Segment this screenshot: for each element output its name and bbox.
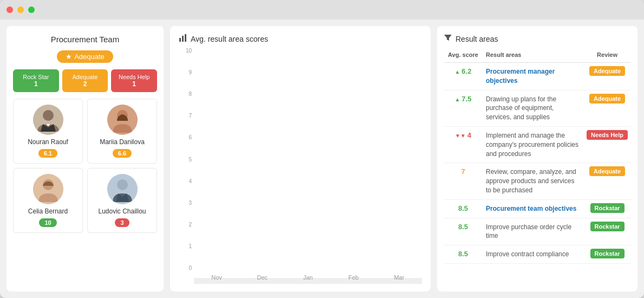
chart-title: Avg. result area scores <box>191 35 268 43</box>
area-name-4: Procurement team objectives <box>486 205 576 212</box>
x-label-mar: Mar <box>376 274 422 281</box>
star-icon: ★ <box>66 53 72 61</box>
adequate-count: 2 <box>64 80 106 88</box>
y-label-9: 9 <box>188 70 192 75</box>
title-bar <box>0 0 644 20</box>
arrow-icon-1: ▲ <box>455 95 462 103</box>
chart-container: 0 1 2 3 4 5 6 7 8 9 10 <box>179 48 422 284</box>
overall-badge-label: Adequate <box>74 53 105 61</box>
x-labels: Nov Dec Jan Feb Mar <box>194 271 422 284</box>
avatar-1 <box>33 105 63 135</box>
y-label-3: 3 <box>188 200 192 206</box>
left-panel-title: Procurement Team <box>13 35 157 44</box>
bars-row <box>194 284 422 291</box>
members-grid: Nouran Raouf 6.1 Mariia Danilova 6. <box>13 99 157 233</box>
member-name-1: Nouran Raouf <box>28 138 68 146</box>
middle-panel: Avg. result area scores 0 1 2 3 4 5 6 7 … <box>170 26 431 291</box>
adequate-stat: Adequate 2 <box>62 69 108 92</box>
score-val-3: 7 <box>461 167 465 176</box>
y-label-0: 0 <box>188 265 192 271</box>
rockstar-label: Rock Star <box>15 74 57 80</box>
area-cell-3: Review, compare, analyze, and approve pr… <box>483 163 583 199</box>
table-row-6: 8.5Improve contract complianceRockstar <box>444 245 631 264</box>
area-name-2: Implement and manage the company's procu… <box>486 132 578 158</box>
member-name-4: Ludovic Chaillou <box>98 208 146 215</box>
avatar-3 <box>33 174 63 204</box>
left-panel: Procurement Team ★ Adequate Rock Star 1 … <box>6 26 164 291</box>
result-areas-title: Result areas <box>456 35 498 43</box>
member-score-2: 6.6 <box>113 149 132 158</box>
main-content: Procurement Team ★ Adequate Rock Star 1 … <box>0 20 644 298</box>
filter-icon <box>444 34 452 44</box>
score-val-6: 8.5 <box>458 250 468 258</box>
area-cell-5: Improve purchase order cycle time <box>483 218 583 245</box>
member-score-1: 6.1 <box>38 149 57 158</box>
x-label-nov: Nov <box>194 274 239 281</box>
rockstar-count: 1 <box>15 80 57 88</box>
col-review: Review <box>583 48 631 63</box>
review-cell-6: Rockstar <box>583 245 631 264</box>
review-badge-3: Adequate <box>589 166 625 176</box>
y-label-7: 7 <box>188 113 192 119</box>
score-val-2: 4 <box>467 131 471 139</box>
table-header-row: Avg. score Result areas Review <box>444 48 631 63</box>
needshelp-stat: Needs Help 1 <box>111 69 157 92</box>
y-label-5: 5 <box>188 157 192 163</box>
adequate-label: Adequate <box>64 74 106 80</box>
svg-rect-8 <box>179 38 181 42</box>
score-val-4: 8.5 <box>458 204 468 212</box>
member-name-2: Mariia Danilova <box>100 138 145 146</box>
minimize-button[interactable] <box>17 7 24 13</box>
area-name-5: Improve purchase order cycle time <box>486 223 571 240</box>
score-val-5: 8.5 <box>458 223 468 231</box>
area-cell-1: Drawing up plans for the purchase of equ… <box>483 90 583 126</box>
score-cell-1: ▲ 7.5 <box>444 90 483 126</box>
review-badge-4: Rockstar <box>590 203 625 213</box>
review-badge-6: Rockstar <box>590 249 625 258</box>
score-cell-2: ▼▼ 4 <box>444 126 483 163</box>
y-label-8: 8 <box>188 92 192 97</box>
area-cell-0: Procurement manager objectives <box>483 63 583 90</box>
member-card-4: Ludovic Chaillou 3 <box>87 168 157 233</box>
x-label-dec: Dec <box>239 274 285 281</box>
review-cell-5: Rockstar <box>583 218 631 245</box>
y-label-2: 2 <box>188 222 192 228</box>
member-card-1: Nouran Raouf 6.1 <box>13 99 83 164</box>
needshelp-count: 1 <box>113 80 155 88</box>
rockstar-stat: Rock Star 1 <box>13 69 59 92</box>
table-row-1: ▲ 7.5Drawing up plans for the purchase o… <box>444 90 631 126</box>
maximize-button[interactable] <box>28 7 35 13</box>
review-badge-2: Needs Help <box>587 130 628 140</box>
col-result-areas: Result areas <box>483 48 583 63</box>
member-card-3: Celia Bernard 10 <box>13 168 83 233</box>
member-score-3: 10 <box>39 218 56 227</box>
svg-rect-9 <box>182 36 184 42</box>
score-cell-4: 8.5 <box>444 199 483 218</box>
arrow-icon-0: ▲ <box>455 68 462 75</box>
close-button[interactable] <box>6 7 13 13</box>
y-label-10: 10 <box>186 48 192 54</box>
score-cell-5: 8.5 <box>444 218 483 245</box>
result-areas-header: Result areas <box>444 34 631 44</box>
col-avg-score: Avg. score <box>444 48 483 63</box>
review-badge-5: Rockstar <box>590 222 625 231</box>
area-name-6: Improve contract compliance <box>486 250 569 258</box>
y-label-4: 4 <box>188 179 192 184</box>
member-score-4: 3 <box>115 218 129 227</box>
y-axis: 0 1 2 3 4 5 6 7 8 9 10 <box>179 48 194 271</box>
table-row-2: ▼▼ 4Implement and manage the company's p… <box>444 126 631 163</box>
result-areas-table: Avg. score Result areas Review ▲ 6.2Proc… <box>444 48 631 264</box>
review-badge-1: Adequate <box>589 94 625 103</box>
score-val-0: 6.2 <box>461 67 471 75</box>
review-cell-1: Adequate <box>583 90 631 126</box>
area-name-0: Procurement manager objectives <box>486 68 555 85</box>
avatar-4 <box>107 174 138 204</box>
area-cell-4: Procurement team objectives <box>483 199 583 218</box>
arrow-icon-2: ▼▼ <box>455 132 467 139</box>
score-cell-0: ▲ 6.2 <box>444 63 483 90</box>
y-label-6: 6 <box>188 135 192 140</box>
member-card-2: Mariia Danilova 6.6 <box>87 99 157 164</box>
y-label-1: 1 <box>188 244 192 249</box>
svg-rect-10 <box>185 34 186 42</box>
x-label-feb: Feb <box>331 274 376 281</box>
